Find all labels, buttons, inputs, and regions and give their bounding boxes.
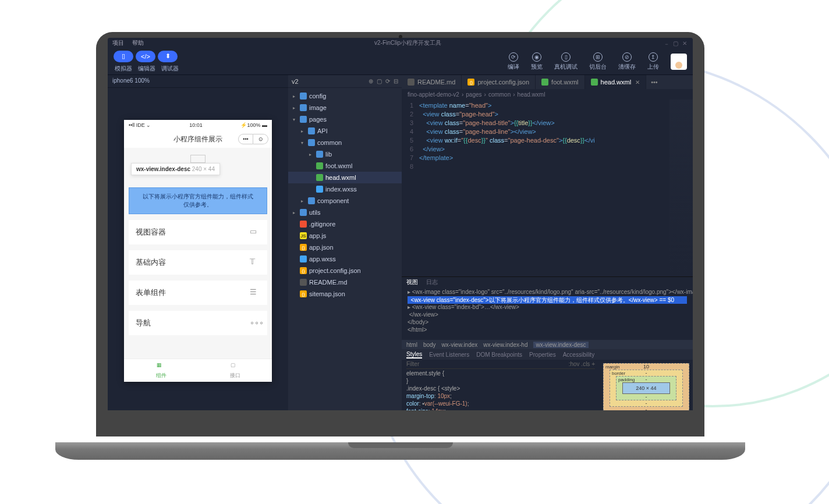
tree-root-label: v2 [292, 78, 299, 85]
action-clear-cache[interactable]: ⊘清缓存 [618, 52, 636, 71]
code-editor[interactable]: 1<template name="head"> 2 <view class="p… [402, 100, 693, 276]
pill-label-edit: 编辑器 [138, 65, 155, 73]
file-tree[interactable]: ▸config ▸image ▾pages ▸API ▾common ▸lib … [288, 88, 402, 302]
tab-head-wxml[interactable]: head.wxml✕ [585, 75, 647, 89]
collapse-icon[interactable]: ⊟ [394, 78, 398, 84]
menu-icon: ☰ [250, 288, 260, 298]
filter-input[interactable]: Filter [406, 361, 419, 367]
box-model-viewer: margin10 border- padding- 240 × 44 - - - [600, 360, 693, 410]
logo-placeholder [190, 155, 206, 163]
status-battery: ⚡100% ▬ [240, 122, 267, 128]
close-icon[interactable]: ✕ [682, 40, 688, 46]
close-tab-icon[interactable]: ✕ [635, 79, 640, 86]
toolbar: ▯ </> ⬍ 模拟器 编辑器 调试器 ⟳编译 ◉预览 ▯真机调试 ⊞切后台 ⊘… [108, 48, 693, 75]
devtools-panel: 视图 日志 ▸ <wx-image class="index-logo" src… [402, 276, 693, 410]
action-upload[interactable]: ↥上传 [647, 52, 659, 71]
laptop-mockup: 项目 帮助 v2-FinClip小程序开发工具 － ▢ ✕ ▯ </> ⬍ 模拟… [90, 32, 710, 460]
pill-editor[interactable]: </> [136, 51, 155, 62]
breadcrumbs[interactable]: fino-applet-demo-v2›pages›common›head.wx… [402, 89, 693, 100]
action-remote-debug[interactable]: ▯真机调试 [554, 52, 578, 71]
grid-icon: ▦ [157, 362, 166, 371]
styles-tab[interactable]: Styles [406, 351, 422, 359]
minimize-icon[interactable]: － [664, 40, 669, 46]
status-signal: ••ll IDE ⌄ [129, 122, 151, 128]
devtools-tab-elements[interactable]: 视图 [406, 278, 418, 286]
list-item[interactable]: 表单组件☰ [129, 281, 267, 305]
element-breadcrumbs[interactable]: html body wx-view.index wx-view.index-hd… [402, 340, 693, 349]
tab-api[interactable]: ▢接口 [198, 359, 272, 382]
phone-preview: ••ll IDE ⌄ 10:01 ⚡100% ▬ 小程序组件展示 ••• ⊙ w… [124, 120, 272, 382]
simulator-device-label: iphone6 100% [108, 75, 288, 88]
event-listeners-tab[interactable]: Event Listeners [429, 352, 469, 358]
pill-label-debug: 调试器 [161, 65, 179, 73]
tab-foot-wxml[interactable]: foot.wxml [536, 75, 584, 89]
maximize-icon[interactable]: ▢ [673, 40, 679, 46]
action-background[interactable]: ⊞切后台 [589, 52, 607, 71]
dom-breakpoints-tab[interactable]: DOM Breakpoints [476, 352, 522, 358]
chip-icon: ▢ [231, 362, 240, 371]
list-item[interactable]: 基础内容𝕋 [129, 250, 267, 275]
more-icon: ∘∘∘ [250, 318, 260, 328]
editor-tabs: README.md {}project.config.json foot.wxm… [402, 75, 693, 89]
capsule-menu-icon[interactable]: ••• [238, 134, 253, 144]
accessibility-tab[interactable]: Accessibility [563, 352, 594, 358]
container-icon: ▭ [250, 227, 260, 237]
refresh-icon[interactable]: ⟳ [385, 78, 390, 84]
index-desc-highlighted[interactable]: 以下将展示小程序官方组件能力，组件样式仅供参考。 [129, 187, 267, 214]
list-item[interactable]: 导航∘∘∘ [129, 311, 267, 335]
tab-readme[interactable]: README.md [402, 75, 462, 89]
action-preview[interactable]: ◉预览 [531, 52, 543, 71]
window-title: v2-FinClip小程序开发工具 [152, 39, 664, 47]
tab-components[interactable]: ▦组件 [124, 359, 198, 382]
menu-bar: 项目 帮助 v2-FinClip小程序开发工具 － ▢ ✕ [108, 38, 693, 48]
user-avatar[interactable] [671, 54, 687, 70]
tab-project-config[interactable]: {}project.config.json [462, 75, 536, 89]
pill-debugger[interactable]: ⬍ [158, 51, 178, 62]
action-compile[interactable]: ⟳编译 [508, 52, 519, 71]
pill-simulator[interactable]: ▯ [114, 51, 133, 62]
properties-tab[interactable]: Properties [529, 352, 556, 358]
inspector-tooltip: wx-view.index-desc 240 × 44 [131, 163, 220, 175]
status-time: 10:01 [189, 122, 203, 128]
pill-label-sim: 模拟器 [115, 65, 132, 73]
tabs-overflow-icon[interactable]: ••• [646, 79, 663, 86]
list-item[interactable]: 视图容器▭ [129, 220, 267, 244]
dom-tree[interactable]: ▸ <wx-image class="index-logo" src="../r… [402, 288, 693, 340]
text-icon: 𝕋 [250, 257, 260, 268]
css-rules[interactable]: Filter:hov .cls + element.style { } .ind… [402, 360, 600, 410]
filter-actions[interactable]: :hov .cls + [569, 361, 595, 367]
phone-title: 小程序组件展示 [173, 134, 222, 144]
capsule-close-icon[interactable]: ⊙ [253, 134, 268, 144]
devtools-tab-console[interactable]: 日志 [426, 278, 438, 286]
minimap[interactable] [669, 100, 693, 276]
menu-help[interactable]: 帮助 [132, 39, 144, 47]
new-folder-icon[interactable]: ▢ [377, 78, 382, 84]
menu-project[interactable]: 项目 [112, 39, 124, 47]
new-file-icon[interactable]: ⊕ [369, 78, 373, 84]
